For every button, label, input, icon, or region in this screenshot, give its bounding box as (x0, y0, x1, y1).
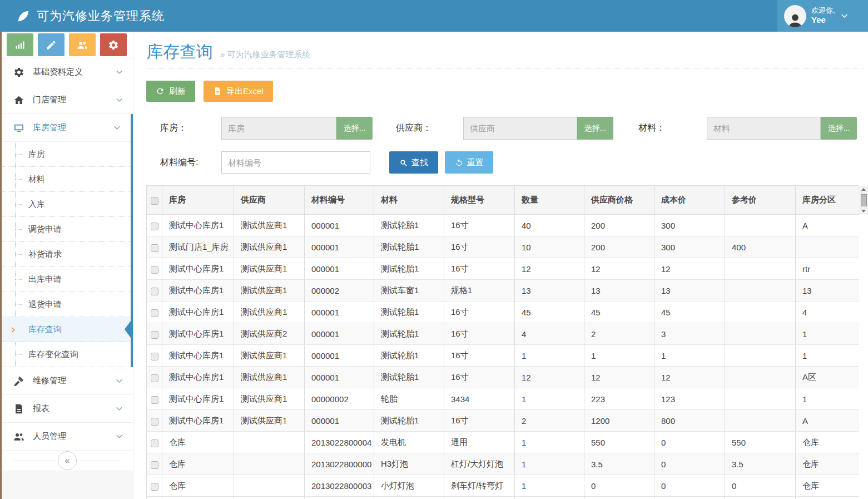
table-cell: 1 (796, 388, 860, 410)
sidebar-collapse-button[interactable]: « (58, 451, 77, 470)
table-cell: 1 (796, 345, 860, 367)
sidebar-item[interactable]: 人员管理 (2, 423, 133, 451)
row-checkbox[interactable] (151, 288, 158, 295)
row-select-cell (147, 367, 162, 388)
sidebar-item[interactable]: 门店管理 (2, 86, 133, 114)
row-checkbox[interactable] (151, 331, 158, 339)
edit-quick-button[interactable] (38, 33, 65, 56)
table-header-row: 库房供应商材料编号材料规格型号数量供应商价格成本价参考价库房分区 (147, 186, 860, 215)
row-checkbox[interactable] (151, 483, 158, 491)
material-input[interactable] (707, 117, 821, 140)
table-cell: 杠灯/大灯灯泡 (444, 453, 515, 475)
scroll-up-icon[interactable] (861, 188, 866, 191)
table-cell: 000001 (305, 215, 374, 236)
row-checkbox[interactable] (151, 244, 158, 252)
chevron-down-icon[interactable] (840, 12, 849, 20)
row-checkbox[interactable] (151, 266, 158, 274)
chevron-down-icon (115, 377, 123, 385)
sidebar-item-label: 库房管理 (33, 122, 66, 133)
table-row: 仓库2013022800000H3灯泡杠灯/大灯灯泡13.503.5仓库 (147, 453, 860, 475)
material-select-button[interactable]: 选择... (821, 117, 857, 140)
row-checkbox[interactable] (151, 353, 158, 360)
reset-button[interactable]: 重置 (445, 151, 493, 174)
sidebar-subitem-label: 退货申请 (28, 299, 62, 310)
supplier-input[interactable] (463, 117, 577, 140)
row-checkbox[interactable] (151, 309, 158, 317)
sidebar-item-label: 门店管理 (33, 95, 66, 105)
table-cell: 刹车灯/转弯灯 (444, 475, 515, 497)
table-cell: 13 (584, 280, 654, 302)
row-checkbox[interactable] (151, 439, 158, 447)
table-cell: 测试中心库房1 (162, 388, 234, 410)
sidebar-item[interactable]: 库房管理 (2, 114, 131, 142)
table-cell: 测试供应商1 (234, 345, 305, 367)
warehouse-input[interactable] (221, 117, 336, 140)
table-cell: 400 (725, 236, 796, 258)
sidebar-item[interactable]: 报表 (2, 395, 133, 423)
table-cell: 16寸 (444, 345, 515, 367)
table-scrollbar[interactable] (859, 186, 868, 214)
users-icon (13, 431, 24, 442)
quick-toolbar (2, 32, 133, 58)
table-cell: 测试供应商2 (234, 323, 305, 345)
supplier-select-button[interactable]: 选择... (577, 117, 613, 140)
row-checkbox[interactable] (151, 374, 158, 382)
sidebar-subitem-label: 出库申请 (28, 274, 62, 285)
table-cell: 1 (515, 475, 584, 497)
sidebar-subitem[interactable]: 库房 (2, 142, 131, 167)
material-no-input[interactable] (221, 151, 370, 174)
scrollbar-thumb[interactable] (861, 194, 867, 206)
stats-quick-button[interactable] (7, 33, 33, 56)
table-cell: 测试轮胎1 (374, 367, 444, 388)
select-all-checkbox[interactable] (151, 197, 158, 205)
sidebar-item[interactable]: 维修管理 (2, 367, 133, 395)
chevron-down-icon (113, 123, 121, 132)
warehouse-select-button[interactable]: 选择... (336, 117, 373, 140)
search-button[interactable]: 查找 (389, 151, 438, 174)
table-cell: 40 (515, 215, 584, 236)
table-cell: 测试中心库房1 (162, 410, 234, 432)
row-checkbox[interactable] (151, 461, 158, 469)
row-select-cell (147, 475, 162, 497)
sidebar-subitem[interactable]: 库存查询 (2, 317, 131, 342)
table-cell: 规格1 (444, 280, 515, 302)
members-quick-button[interactable] (69, 33, 96, 56)
table-cell (725, 323, 796, 345)
sidebar-subitem-label: 库房 (28, 149, 45, 160)
sidebar-subitem[interactable]: 库存变化查询 (2, 342, 131, 367)
table-row: 测试中心库房1测试供应商1000001测试轮胎116寸40200300A (147, 215, 860, 236)
select-all-cell (147, 186, 162, 215)
sidebar-subitem[interactable]: 退货申请 (2, 292, 131, 317)
sidebar-subitem[interactable]: 出库申请 (2, 267, 131, 292)
table-cell (725, 497, 796, 499)
scroll-down-icon[interactable] (861, 210, 866, 213)
sidebar-subitem[interactable]: 材料 (2, 167, 131, 192)
table-cell: 200 (584, 215, 654, 236)
table-cell: 测试中心库房1 (162, 280, 234, 302)
table-cell: 16寸 (444, 215, 515, 236)
sidebar-subitem[interactable]: 入库 (2, 192, 131, 217)
user-menu[interactable]: 欢迎你, Yee (777, 0, 868, 32)
inventory-table: 库房供应商材料编号材料规格型号数量供应商价格成本价参考价库房分区 测试中心库房1… (146, 185, 859, 499)
settings-quick-button[interactable] (100, 33, 127, 56)
sidebar-subitem[interactable]: 调货申请 (2, 217, 131, 242)
row-checkbox[interactable] (151, 396, 158, 404)
column-header: 数量 (515, 186, 584, 215)
table-cell: 2013022800004 (305, 432, 374, 453)
sidebar-subitem-label: 入库 (28, 199, 45, 210)
table-row: 测试中心库房1测试供应商100000002轮胎343412231231 (147, 388, 860, 410)
table-cell: 1 (515, 432, 584, 453)
sidebar-subitem[interactable]: 补货请求 (2, 242, 131, 267)
row-checkbox[interactable] (151, 223, 158, 230)
sidebar-item[interactable]: 基础资料定义 (2, 58, 133, 86)
column-header: 材料编号 (305, 186, 374, 215)
main-content: 库存查询 » 可为汽修业务管理系统 刷新 导出Excel 库房： 选择... 供… (133, 32, 868, 499)
table-cell: 000001 (305, 367, 374, 388)
app-window: 可为汽修业务管理系统 欢迎你, Yee 基础资料定义门店管理库房管理库房材料入库… (0, 0, 868, 499)
table-cell: 1 (515, 345, 584, 367)
chevron-down-icon (115, 404, 123, 413)
table-cell: 16寸 (444, 323, 515, 345)
table-cell: 16寸 (444, 302, 515, 323)
chevron-down-icon (115, 96, 123, 104)
row-checkbox[interactable] (151, 418, 158, 426)
